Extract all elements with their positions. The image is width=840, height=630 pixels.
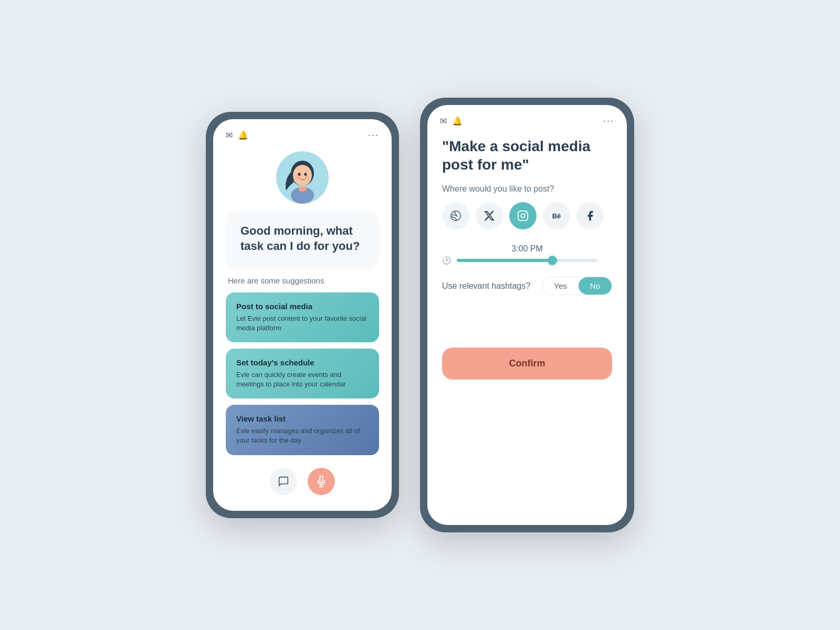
svg-point-3 xyxy=(305,176,309,179)
where-label: Where would you like to post? xyxy=(442,184,612,194)
svg-rect-11 xyxy=(518,211,528,220)
mic-button[interactable] xyxy=(308,468,335,495)
post-title: "Make a social media post for me" xyxy=(442,137,612,174)
twitter-icon xyxy=(484,210,495,222)
svg-point-13 xyxy=(525,213,526,214)
more-menu-icon[interactable]: ··· xyxy=(368,130,379,141)
suggestion-card-social[interactable]: Post to social media Let Evie post conte… xyxy=(226,292,379,342)
bottom-bar xyxy=(213,455,392,511)
suggestion-card-schedule[interactable]: Set today's schedule Evie can quickly cr… xyxy=(226,349,379,398)
confirm-button[interactable]: Confirm xyxy=(442,348,612,380)
right-bell-icon: 🔔 xyxy=(452,116,463,126)
card-title-tasks: View task list xyxy=(236,414,369,423)
right-content: "Make a social media post for me" Where … xyxy=(427,132,627,395)
right-more-menu-icon[interactable]: ··· xyxy=(603,116,614,127)
svg-point-1 xyxy=(293,165,312,186)
yes-button[interactable]: Yes xyxy=(542,277,578,295)
right-mail-icon: ✉ xyxy=(440,116,447,126)
svg-point-12 xyxy=(521,214,524,217)
mic-icon xyxy=(316,476,327,487)
speech-bubble: Good morning, what task can I do for you… xyxy=(228,212,377,265)
hashtag-row: Use relevant hashtags? Yes No xyxy=(442,277,612,295)
hashtag-question: Use relevant hashtags? xyxy=(442,281,530,291)
right-status-bar: ✉ 🔔 ··· xyxy=(427,105,627,132)
mail-icon: ✉ xyxy=(226,130,233,140)
chat-icon xyxy=(278,476,289,487)
dribbble-icon xyxy=(450,210,461,222)
right-status-icons: ✉ 🔔 xyxy=(440,116,463,126)
avatar xyxy=(276,151,329,204)
card-desc-social: Let Evie post content to your favorite s… xyxy=(236,314,369,333)
social-btn-instagram[interactable] xyxy=(509,202,537,229)
social-btn-facebook[interactable] xyxy=(576,202,604,229)
suggestions-title: Here are some suggestions xyxy=(213,276,392,292)
svg-point-2 xyxy=(296,176,300,179)
suggestion-cards: Post to social media Let Evie post conte… xyxy=(213,292,392,455)
avatar-section xyxy=(213,146,392,212)
chat-button[interactable] xyxy=(270,468,297,495)
facebook-icon xyxy=(584,210,596,222)
svg-point-5 xyxy=(304,173,307,176)
social-btn-twitter[interactable] xyxy=(476,202,503,229)
slider-time-label: 3:00 PM xyxy=(442,244,612,254)
slider-wrapper: 🕐 xyxy=(442,259,612,262)
left-phone: ✉ 🔔 ··· xyxy=(206,112,399,518)
suggestion-card-tasks[interactable]: View task list Evie easily manages and o… xyxy=(226,405,379,455)
svg-point-4 xyxy=(298,173,301,176)
svg-point-7 xyxy=(298,186,307,192)
slider-section: 3:00 PM 🕐 xyxy=(442,244,612,262)
clock-icon: 🕐 xyxy=(442,256,451,265)
card-title-schedule: Set today's schedule xyxy=(236,358,369,367)
right-phone-inner: ✉ 🔔 ··· "Make a social media post for me… xyxy=(427,105,627,525)
card-desc-schedule: Evie can quickly create events and meeti… xyxy=(236,370,369,389)
screen-container: ✉ 🔔 ··· xyxy=(206,98,634,532)
left-phone-inner: ✉ 🔔 ··· xyxy=(213,119,392,510)
social-btn-behance[interactable]: Bē xyxy=(543,202,570,229)
left-status-bar: ✉ 🔔 ··· xyxy=(213,119,392,146)
no-button[interactable]: No xyxy=(579,277,612,295)
left-status-icons: ✉ 🔔 xyxy=(226,130,248,140)
greeting-text: Good morning, what task can I do for you… xyxy=(240,224,360,253)
social-icons-row: Bē xyxy=(442,202,612,229)
avatar-illustration xyxy=(279,156,326,204)
social-btn-dribbble[interactable] xyxy=(442,202,469,229)
card-desc-tasks: Evie easily manages and organizes all of… xyxy=(236,426,369,445)
instagram-icon xyxy=(517,210,529,222)
bell-icon: 🔔 xyxy=(238,130,248,140)
right-phone: ✉ 🔔 ··· "Make a social media post for me… xyxy=(420,98,634,532)
card-title-social: Post to social media xyxy=(236,302,369,311)
toggle-group: Yes No xyxy=(542,277,612,295)
